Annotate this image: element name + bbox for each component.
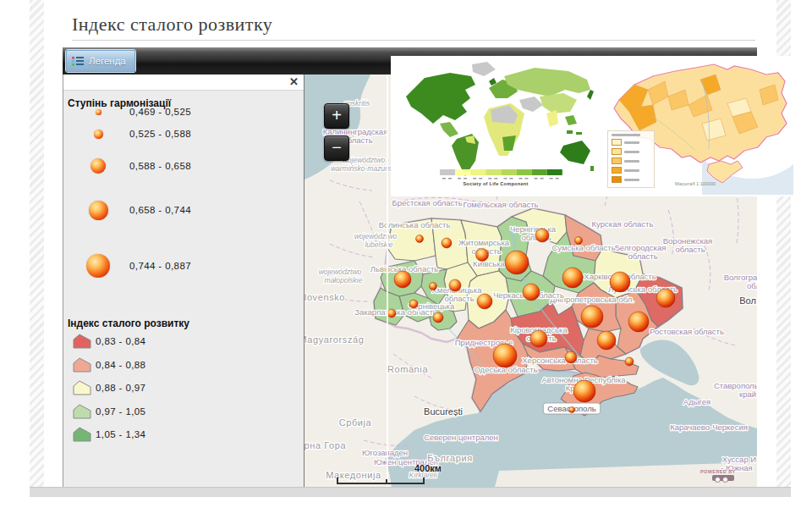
svg-text:Сумська область: Сумська область xyxy=(551,243,615,252)
legend-swatch xyxy=(73,427,91,442)
svg-text:Брестская область: Брестская область xyxy=(392,198,462,207)
legend-panel: ✕ Ступінь гармонізації 0,469 - 0,5250,52… xyxy=(63,75,304,487)
svg-text:Карачаево-Черкесия: Карачаево-Черкесия xyxy=(670,422,748,432)
map-marker[interactable] xyxy=(575,237,583,245)
legend-panel-body: Ступінь гармонізації 0,469 - 0,5250,525 … xyxy=(63,90,304,488)
map-marker[interactable] xyxy=(656,289,675,307)
scale-bar: 400км xyxy=(337,472,423,484)
map-marker[interactable] xyxy=(505,251,529,274)
legend-swatch-label: 0,88 - 0,97 xyxy=(96,383,145,393)
map-marker[interactable] xyxy=(433,312,443,323)
map-marker[interactable] xyxy=(530,330,547,347)
tile-seam xyxy=(387,75,388,487)
svg-text:Slovensko: Slovensko xyxy=(304,292,345,302)
svg-text:България: България xyxy=(427,453,472,463)
zoom-in-button[interactable]: + xyxy=(324,103,349,129)
legend-circle xyxy=(89,201,108,220)
map-marker[interactable] xyxy=(442,238,452,248)
legend-circle-label: 0,744 - 0,887 xyxy=(129,261,191,271)
svg-text:Ростовская область: Ростовская область xyxy=(650,327,724,336)
inset-legend-rows xyxy=(612,139,650,183)
legend-swatch xyxy=(73,357,91,373)
svg-text:warmińsko-mazurskie: warmińsko-mazurskie xyxy=(331,164,400,173)
map-marker[interactable] xyxy=(430,283,437,290)
close-icon[interactable]: ✕ xyxy=(289,75,299,89)
map-attribution: POWERED BY xyxy=(700,469,736,481)
svg-text:Вол: Вол xyxy=(739,295,756,306)
legend-panel-titlebar: ✕ xyxy=(63,75,304,91)
map-marker[interactable] xyxy=(610,272,630,292)
indonesia xyxy=(567,130,573,134)
map-marker[interactable] xyxy=(387,309,396,318)
scale-bar-line xyxy=(337,478,425,484)
svg-text:województwo: województwo xyxy=(354,232,398,240)
inset-legend-row xyxy=(612,157,650,164)
legend-swatch-label: 0,84 - 0,88 xyxy=(96,360,145,370)
legend-circle-label: 0,525 - 0,588 xyxy=(129,129,191,139)
ukraine-inset-legend xyxy=(607,130,655,188)
svg-text:lubelskie: lubelskie xyxy=(365,240,392,249)
zoom-out-button[interactable]: − xyxy=(324,135,349,161)
new-zealand xyxy=(590,166,594,171)
inset-legend-row xyxy=(612,167,650,174)
svg-text:Курская область: Курская область xyxy=(592,219,654,229)
svg-text:Волинська область: Волинська область xyxy=(379,220,451,229)
map-marker[interactable] xyxy=(597,331,616,350)
legend-swatch-label: 1,05 - 1,34 xyxy=(96,429,145,439)
legend-swatch xyxy=(73,404,91,419)
legend-circle-label: 0,588 - 0,658 xyxy=(129,161,191,171)
map-marker[interactable] xyxy=(523,284,540,301)
app-window: { "page": {"title": "Індекс сталого розв… xyxy=(0,0,812,508)
index-section-title: Індекс сталого розвитку xyxy=(68,318,189,329)
map-marker[interactable] xyxy=(565,351,577,363)
legend-circle xyxy=(86,254,110,278)
legend-circle xyxy=(91,158,106,174)
decorative-stripe-left xyxy=(30,0,44,487)
map-marker[interactable] xyxy=(416,235,424,243)
legend-swatch-label: 0,97 - 1,05 xyxy=(96,406,145,417)
map-marker[interactable] xyxy=(535,229,549,242)
indonesia-2 xyxy=(576,132,582,135)
legend-button-label: Легенда xyxy=(89,56,126,66)
world-choropleth xyxy=(391,56,601,196)
map-marker[interactable] xyxy=(569,407,575,413)
svg-text:край: край xyxy=(739,389,756,399)
map-marker[interactable] xyxy=(493,344,517,367)
svg-text:Србија: Србија xyxy=(339,417,372,428)
world-map-inset: Society of Life Component xyxy=(391,56,601,196)
map-marker[interactable] xyxy=(573,380,595,402)
ukraine-map-inset: Масштаб 1:100000 xyxy=(601,56,796,196)
map-marker[interactable] xyxy=(394,271,411,288)
legend-swatch xyxy=(73,334,91,349)
map-marker[interactable] xyxy=(477,294,492,309)
legend-list-icon xyxy=(72,56,84,67)
ukraine-inset-caption: Масштаб 1:100000 xyxy=(675,181,716,186)
attribution-logo xyxy=(712,475,734,481)
map-marker[interactable] xyxy=(449,279,461,291)
legend-button[interactable]: Легенда xyxy=(66,50,135,72)
svg-text:Херсонська область: Херсонська область xyxy=(522,356,598,365)
svg-text:București: București xyxy=(424,406,463,417)
world-inset-caption: Society of Life Component xyxy=(391,181,601,186)
attribution-text: POWERED BY xyxy=(700,469,736,474)
svg-text:Київська: Київська xyxy=(473,259,505,268)
svg-text:область: область xyxy=(628,251,657,261)
map-marker[interactable] xyxy=(625,357,634,366)
svg-text:województwo: województwo xyxy=(319,268,362,276)
page-title: Індекс сталого розвитку xyxy=(72,14,272,36)
map-marker[interactable] xyxy=(476,249,489,262)
legend-swatch xyxy=(73,380,91,395)
legend-circle-label: 0,658 - 0,744 xyxy=(129,205,191,215)
svg-text:Югозападен: Югозападен xyxy=(362,448,408,457)
legend-circle xyxy=(94,130,103,139)
map-marker[interactable] xyxy=(628,312,649,332)
legend-circle xyxy=(96,109,102,115)
map-marker[interactable] xyxy=(562,268,583,288)
map-marker[interactable] xyxy=(581,306,603,328)
scale-bar-tick xyxy=(386,479,387,484)
svg-text:Адыгея: Адыгея xyxy=(683,397,710,406)
svg-text:область: область xyxy=(675,245,705,254)
map-marker[interactable] xyxy=(409,300,418,308)
svg-text:Северен централен: Северен централен xyxy=(424,433,498,442)
svg-text:обл: обл xyxy=(747,281,757,290)
